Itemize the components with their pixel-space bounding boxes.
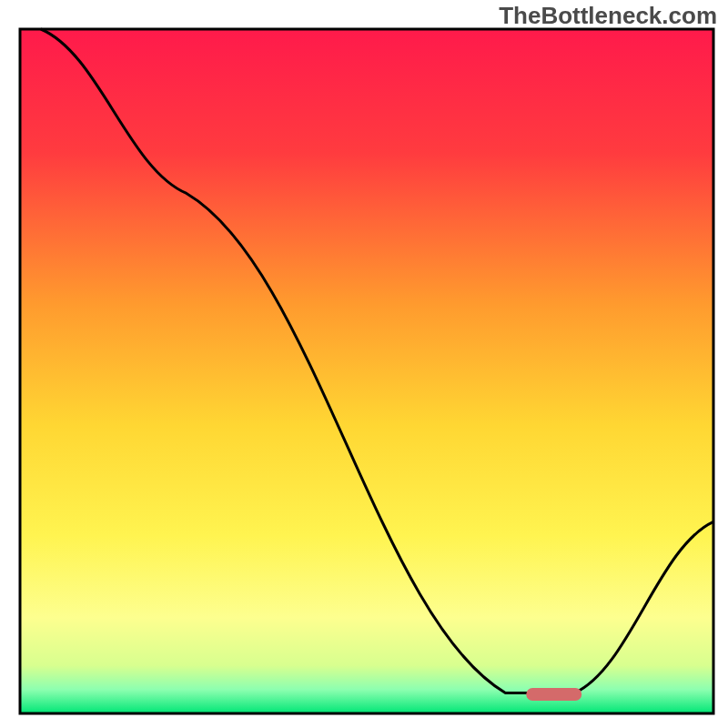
optimal-range-marker	[526, 688, 581, 701]
chart-canvas	[0, 0, 728, 728]
bottleneck-chart: TheBottleneck.com	[0, 0, 728, 728]
plot-background	[20, 29, 713, 713]
